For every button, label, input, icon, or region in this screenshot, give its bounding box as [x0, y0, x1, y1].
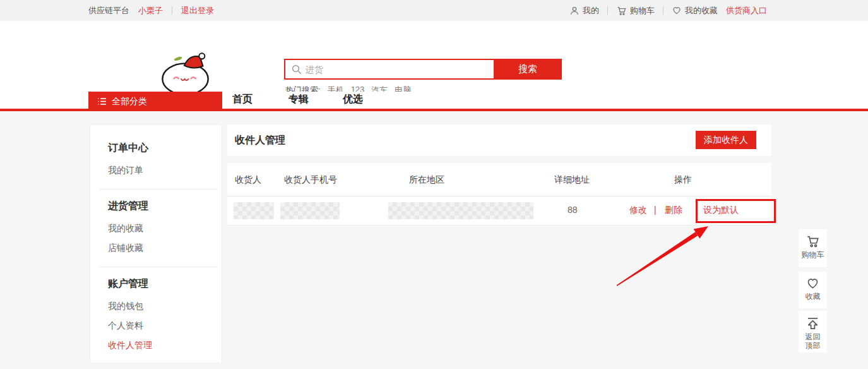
supplier-entry-link[interactable]: 供货商入口 — [726, 5, 767, 16]
heart-icon — [806, 277, 820, 290]
logout-link[interactable]: 退出登录 — [181, 5, 214, 16]
search-bar: 搜索 — [284, 59, 562, 80]
float-cart-button[interactable]: 购物车 — [799, 229, 827, 267]
topbar-divider — [663, 6, 663, 15]
cell-address: 88 — [568, 205, 578, 215]
username-link[interactable]: 小栗子 — [138, 5, 163, 16]
sidebar-item-my-favorites[interactable]: 我的收藏 — [108, 222, 222, 234]
user-icon — [569, 6, 580, 16]
my-account-label: 我的 — [583, 5, 599, 16]
sidebar-item-my-wallet[interactable]: 我的钱包 — [108, 300, 222, 312]
cart-icon — [616, 6, 627, 16]
platform-label: 供应链平台 — [88, 5, 129, 16]
favorites-link[interactable]: 我的收藏 — [672, 5, 718, 16]
search-button[interactable]: 搜索 — [494, 59, 562, 80]
float-favorite-label: 收藏 — [800, 292, 826, 301]
sidebar-item-profile[interactable]: 个人资料 — [108, 320, 222, 331]
sidebar-item-my-orders[interactable]: 我的订单 — [108, 164, 222, 176]
all-categories-button[interactable]: 全部分类 — [88, 92, 222, 111]
search-icon — [291, 64, 302, 75]
page-title: 收件人管理 — [235, 134, 285, 147]
topbar-divider — [172, 6, 172, 15]
nav-link-preferred[interactable]: 优选 — [343, 93, 363, 106]
redacted-region — [388, 202, 533, 219]
sidebar-group-purchase-mgmt: 进货管理 — [108, 200, 222, 212]
favorites-label: 我的收藏 — [685, 5, 718, 16]
cart-label: 购物车 — [630, 5, 655, 16]
menu-icon — [97, 97, 107, 106]
col-header-region: 所在地区 — [409, 174, 444, 186]
back-to-top-button[interactable]: 返回顶部 — [799, 311, 827, 353]
sidebar-divider — [99, 267, 217, 267]
sidebar-item-shop-favorites[interactable]: 店铺收藏 — [108, 242, 222, 253]
topbar-left: 供应链平台 小栗子 退出登录 — [88, 0, 214, 21]
cart-link[interactable]: 购物车 — [616, 5, 655, 16]
my-account-link[interactable]: 我的 — [569, 5, 599, 16]
sidebar-divider — [99, 189, 217, 190]
col-header-phone: 收货人手机号 — [284, 174, 337, 186]
topbar-divider — [607, 6, 608, 15]
sidebar-group-order-center: 订单中心 — [108, 142, 222, 154]
all-categories-label: 全部分类 — [112, 96, 147, 107]
cart-icon — [806, 234, 820, 248]
site-logo[interactable] — [157, 50, 217, 97]
set-default-link[interactable]: 设为默认 — [703, 205, 739, 216]
topbar-right: 我的 购物车 我的收藏 供货商入口 — [569, 0, 767, 21]
header: 搜索 热门搜索: 手机 123 汽车 电脑 — [0, 21, 868, 92]
edit-link[interactable]: 修改 — [629, 205, 647, 216]
nav-link-album[interactable]: 专辑 — [288, 93, 309, 106]
sidebar-group-account-mgmt: 账户管理 — [108, 277, 222, 290]
add-recipient-button[interactable]: 添加收件人 — [696, 131, 756, 149]
table-header-row: 收货人 收货人手机号 所在地区 详细地址 操作 — [227, 163, 771, 197]
redacted-phone — [280, 202, 340, 219]
col-header-consignee: 收货人 — [235, 174, 261, 186]
sidebar: 订单中心 我的订单 进货管理 我的收藏 店铺收藏 账户管理 我的钱包 个人资料 … — [90, 124, 222, 363]
float-cart-label: 购物车 — [800, 250, 826, 259]
float-favorite-button[interactable]: 收藏 — [799, 272, 827, 308]
table-row: 88 修改 | 删除 设为默认 — [227, 197, 771, 225]
search-input[interactable] — [285, 60, 494, 78]
action-separator: | — [654, 205, 657, 215]
nav-link-home[interactable]: 首页 — [232, 93, 253, 106]
sidebar-item-recipient-mgmt[interactable]: 收件人管理 — [108, 339, 222, 351]
col-header-address: 详细地址 — [554, 174, 590, 186]
col-header-actions: 操作 — [674, 174, 692, 186]
search-input-wrap — [285, 60, 494, 78]
delete-link[interactable]: 删除 — [665, 205, 682, 216]
back-to-top-icon — [806, 316, 820, 330]
recipient-table: 收货人 收货人手机号 所在地区 详细地址 操作 88 修改 | 删除 设为默认 — [227, 163, 771, 226]
topbar: 供应链平台 小栗子 退出登录 我的 购物车 我的收藏 供货商入口 — [0, 0, 868, 21]
logo-mascot-icon — [157, 50, 217, 97]
page-title-card: 收件人管理 添加收件人 — [227, 124, 771, 156]
back-to-top-label: 返回顶部 — [804, 332, 822, 350]
heart-icon — [672, 6, 682, 15]
redacted-consignee — [234, 202, 274, 219]
